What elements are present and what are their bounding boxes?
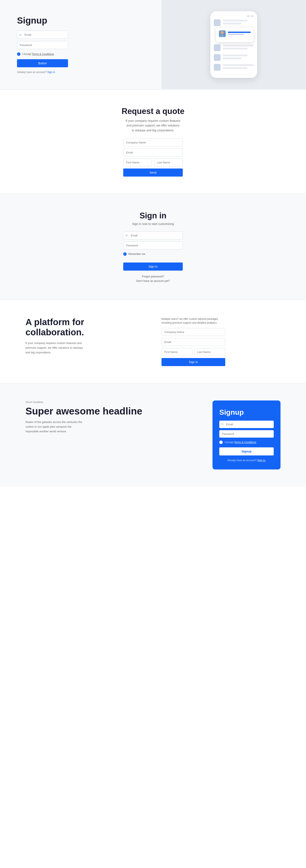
platform-section: A platform for collaboration. If your co… <box>0 300 306 383</box>
terms-checkbox[interactable] <box>17 53 20 56</box>
content-line <box>223 23 242 24</box>
awesome-left: Short headline Super awesome headline Re… <box>26 400 200 434</box>
awesome-title: Super awesome headline <box>26 406 200 416</box>
blue-signup-title: Signup <box>219 408 274 416</box>
password-input[interactable] <box>17 41 68 49</box>
phone-face-avatar <box>219 30 226 37</box>
blue-terms-label: I Accept Terms & Conditions <box>224 441 256 444</box>
platform-title: A platform for collaboration. <box>26 317 144 338</box>
no-account-link[interactable]: Don't have an account yet? <box>8 279 298 282</box>
platform-desc: If your company requires custom features… <box>26 341 85 355</box>
content-line <box>223 48 248 50</box>
phone-card-overlay <box>216 27 254 42</box>
blue-password-input[interactable] <box>219 430 274 438</box>
signup-title: Signup <box>17 16 144 26</box>
short-headline: Short headline <box>26 400 200 404</box>
password-field-group <box>17 41 144 49</box>
platform-form: Sign in <box>162 328 280 366</box>
signin-prompt: Already have an account? Sign in <box>17 71 144 74</box>
phone-text-lines-1 <box>223 20 254 26</box>
quote-email-input[interactable] <box>123 149 183 156</box>
last-name-input[interactable] <box>154 158 183 166</box>
blue-signup-button[interactable]: Signup <box>219 447 274 456</box>
email-input-wrap: ✉ <box>17 31 68 39</box>
content-line <box>223 58 242 59</box>
blue-signup-card: Signup ✉ I Accept Terms & Conditions Sig… <box>213 400 280 469</box>
phone-avatar-4 <box>214 64 221 71</box>
phone-avatar-2 <box>214 44 221 51</box>
send-button[interactable]: Send <box>123 168 183 177</box>
phone-illustration-area <box>162 0 306 89</box>
blue-email-icon: ✉ <box>221 423 224 426</box>
blue-terms-link[interactable]: Terms & Conditions <box>234 441 256 444</box>
phone-avatar-3 <box>214 54 221 61</box>
signin-password-input[interactable] <box>123 242 183 249</box>
first-name-input[interactable] <box>123 158 152 166</box>
status-dot-1 <box>247 16 250 17</box>
phone-list-item-1 <box>214 19 254 26</box>
terms-checkbox-row: I Accept Terms & Conditions <box>17 53 144 56</box>
email-icon: ✉ <box>19 33 22 36</box>
blue-email-wrap: ✉ <box>219 421 274 428</box>
signin-link[interactable]: Sign in <box>47 71 55 74</box>
phone-text-lines-4 <box>223 64 254 70</box>
quote-form: Send <box>8 138 298 177</box>
content-line <box>223 55 248 56</box>
email-field-group: ✉ <box>17 31 144 39</box>
signin-form: ✉ Remember me Sign in <box>8 231 298 271</box>
phone-card-lines <box>228 32 251 36</box>
signin-subtitle: Sign in now to start customizing <box>126 222 180 226</box>
phone-card-top <box>219 30 251 37</box>
signin-button[interactable]: Sign in <box>123 262 183 271</box>
signin-section: Sign in Sign in now to start customizing… <box>0 194 306 299</box>
awesome-desc: Realm of the galaxies across the centuri… <box>26 420 85 434</box>
blue-terms-checkbox[interactable] <box>219 441 223 444</box>
phone-mockup <box>211 11 257 78</box>
blue-signin-link[interactable]: Sign in. <box>257 459 266 462</box>
quote-section: Request a quote If your company requires… <box>0 90 306 194</box>
name-row <box>123 158 183 166</box>
platform-name-row <box>162 348 280 356</box>
phone-text-lines-3 <box>223 55 254 61</box>
platform-email-input[interactable] <box>162 338 225 346</box>
content-line <box>223 45 254 46</box>
phone-card-line-2 <box>228 34 244 35</box>
remember-checkbox[interactable] <box>123 252 127 256</box>
content-line <box>223 64 254 66</box>
terms-link[interactable]: Terms & Conditions <box>32 53 54 56</box>
platform-last-name-input[interactable] <box>194 348 225 356</box>
phone-text-lines-2 <box>223 45 254 51</box>
email-input[interactable] <box>17 31 68 39</box>
platform-first-name-input[interactable] <box>162 348 192 356</box>
phone-card-line-1 <box>228 32 251 33</box>
phone-list-item-3 <box>214 54 254 61</box>
blue-signin-prompt: Already have an account? Sign in. <box>219 459 274 462</box>
signup-section: Signup ✉ I Accept Terms & Conditions But… <box>0 0 306 89</box>
status-dot-2 <box>251 16 254 17</box>
forgot-password-link[interactable]: Forgot password? <box>8 275 298 278</box>
company-name-input[interactable] <box>123 138 183 147</box>
extra-links: Forgot password? Don't have an account y… <box>8 275 298 282</box>
quote-subtitle: If your company requires custom features… <box>126 118 180 133</box>
signup-button[interactable]: Button <box>17 59 68 67</box>
content-line <box>223 20 248 22</box>
quote-title: Request a quote <box>8 107 298 116</box>
terms-label: I Accept Terms & Conditions <box>22 53 54 56</box>
platform-company-input[interactable] <box>162 328 225 336</box>
blue-input-group: ✉ <box>219 421 274 438</box>
phone-list-item-2 <box>214 44 254 51</box>
content-line <box>223 67 248 69</box>
phone-avatar-1 <box>214 19 221 26</box>
blue-terms-row: I Accept Terms & Conditions <box>219 441 274 444</box>
blue-email-input[interactable] <box>219 421 274 428</box>
signin-email-icon: ✉ <box>126 234 128 237</box>
platform-note: Multiple users? we offer custom tailored… <box>162 317 225 325</box>
platform-right: Multiple users? we offer custom tailored… <box>162 317 280 366</box>
blue-password-wrap <box>219 430 274 438</box>
platform-signin-button[interactable]: Sign in <box>162 358 225 366</box>
awesome-section: Short headline Super awesome headline Re… <box>0 383 306 487</box>
signin-email-input[interactable] <box>123 231 183 239</box>
signup-form-area: Signup ✉ I Accept Terms & Conditions But… <box>0 0 162 89</box>
phone-list-item-4 <box>214 64 254 71</box>
remember-label: Remember me <box>128 252 145 255</box>
